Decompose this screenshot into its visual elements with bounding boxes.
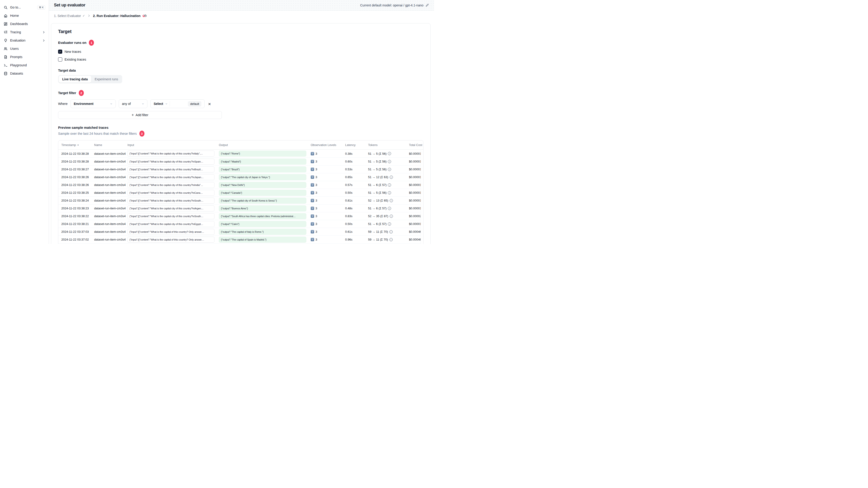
table-row[interactable]: 2024-11-22 03:38:28 dataset-run-item-cm3… (58, 150, 423, 158)
observation-level-info-icon: i (311, 168, 314, 171)
input-json-chip[interactable]: {"input":[{"content":"What is the capita… (127, 221, 215, 227)
sidebar-item-evaluation[interactable]: Evaluation (0, 36, 49, 44)
output-cell: {"output":"The capital of Spain is Madri… (217, 237, 309, 242)
column-header-timestamp[interactable]: Timestamp ▼ (58, 143, 93, 147)
breadcrumb-step-1[interactable]: 1. Select Evaluator ✓ (54, 14, 85, 18)
token-info-icon: i (388, 207, 391, 210)
output-json-chip[interactable]: {"output":"The capital city of Japan is … (219, 174, 306, 180)
input-json-chip[interactable]: {"input":[{"content":"What is the capita… (127, 229, 215, 235)
sidebar-item-users[interactable]: Users (0, 44, 49, 53)
table-row[interactable]: 2024-11-22 03:38:26 dataset-run-item-cm3… (58, 181, 423, 189)
table-row[interactable]: 2024-11-22 03:38:26 dataset-run-item-cm3… (58, 173, 423, 181)
table-row[interactable]: 2024-11-22 03:38:21 dataset-run-item-cm3… (58, 220, 423, 228)
output-json-chip[interactable]: {"output":"Rome"} (219, 151, 306, 157)
dashboards-icon (3, 22, 7, 26)
output-json-chip[interactable]: {"output":"Brazil"} (219, 166, 306, 172)
target-filter-label-row: Target filter 2 (58, 90, 424, 96)
checkbox-existing-traces[interactable]: Existing traces (58, 56, 424, 62)
column-header-output[interactable]: Output (217, 143, 309, 147)
input-json-chip[interactable]: {"input":[{"content":"What is the capita… (127, 198, 215, 204)
checkbox-unchecked-icon[interactable] (58, 57, 62, 62)
remove-filter-icon[interactable]: × (208, 101, 211, 106)
tab-live-tracing-data[interactable]: Live tracing data (59, 76, 91, 83)
table-row[interactable]: 2024-11-22 03:37:03 dataset-run-item-cm3… (58, 228, 423, 235)
tab-experiment-runs[interactable]: Experiment runs (91, 76, 122, 83)
output-json-chip[interactable]: {"output":"The capital of Spain is Madri… (219, 237, 306, 242)
checkbox-new-traces[interactable]: ✓ New traces (58, 48, 424, 55)
target-card: Target Evaluator runs on 1 ✓ New traces … (51, 23, 431, 244)
column-header-input[interactable]: Input (126, 143, 217, 147)
table-row[interactable]: 2024-11-22 03:37:01 dataset-run-item-cm3… (58, 243, 423, 244)
output-json-chip[interactable]: {"output":"Madrid"} (219, 159, 306, 165)
output-json-chip[interactable]: {"output":"New Delhi"} (219, 182, 306, 188)
sidebar-item-label: Users (10, 47, 19, 51)
token-info-icon: i (390, 175, 393, 179)
column-header-total-cost[interactable]: Total Cost (408, 143, 423, 147)
input-json-chip[interactable]: {"input":[{"content":"What is the capita… (127, 205, 215, 212)
timestamp-cell: 2024-11-22 03:37:03 (58, 230, 93, 233)
sidebar-item-prompts[interactable]: Prompts (0, 53, 49, 61)
output-json-chip[interactable]: {"output":"Canada"} (219, 190, 306, 196)
input-json-chip[interactable]: {"input":[{"content":"What is the capita… (127, 237, 215, 242)
output-json-chip[interactable]: {"output":"Cairo"} (219, 221, 306, 227)
filter-column-select[interactable]: Environment (70, 99, 116, 108)
input-json-chip[interactable]: {"input":[{"content":"What is the capita… (127, 182, 215, 188)
output-cell: {"output":"South Africa has three capita… (217, 213, 309, 219)
name-cell: dataset-run-item-cm3s4 (93, 160, 126, 163)
filter-value-select[interactable]: Select default (150, 99, 205, 108)
table-row[interactable]: 2024-11-22 03:37:02 dataset-run-item-cm3… (58, 235, 423, 243)
output-json-chip[interactable]: {"output":"South Africa has three capita… (219, 213, 306, 219)
token-info-icon: i (390, 215, 393, 218)
input-json-chip[interactable]: {"input":[{"content":"What is the capita… (127, 174, 215, 180)
observation-level-info-icon: i (311, 175, 314, 179)
sidebar-item-dashboards[interactable]: Dashboards (0, 20, 49, 28)
input-json-chip[interactable]: {"input":[{"content":"What is the capita… (127, 190, 215, 196)
input-cell: {"input":[{"content":"What is the capita… (126, 166, 217, 172)
output-cell: {"output":"New Delhi"} (217, 182, 309, 188)
output-json-chip[interactable]: {"output":"Buenos Aires"} (219, 205, 306, 212)
evaluator-knot-icon (143, 14, 147, 18)
chevron-down-icon (110, 103, 113, 105)
sidebar-item-datasets[interactable]: Datasets (0, 69, 49, 77)
observation-levels-cell: i 3 (309, 175, 344, 179)
input-json-chip[interactable]: {"input":[{"content":"What is the capita… (127, 166, 215, 172)
table-vertical-scrollbar[interactable] (421, 150, 423, 244)
latency-cell: 0.57s (344, 183, 367, 187)
table-row[interactable]: 2024-11-22 03:38:25 dataset-run-item-cm3… (58, 189, 423, 196)
column-header-tokens[interactable]: Tokens (367, 143, 408, 147)
tokens-cell: 59 → 11 (Σ 70) i (367, 238, 408, 241)
target-heading: Target (58, 29, 424, 34)
sidebar-item-tracing[interactable]: Tracing (0, 28, 49, 36)
input-json-chip[interactable]: {"input":[{"content":"What is the capita… (127, 159, 215, 165)
name-cell: dataset-run-item-cm3s4 (93, 152, 126, 155)
input-json-chip[interactable]: {"input":[{"content":"What is the capita… (127, 151, 215, 157)
filter-where-label: Where (58, 102, 67, 106)
table-row[interactable]: 2024-11-22 03:38:22 dataset-run-item-cm3… (58, 212, 423, 220)
column-header-name[interactable]: Name (93, 143, 126, 147)
input-cell: {"input":[{"content":"What is the capita… (126, 221, 217, 227)
filter-operator-select[interactable]: any of (119, 99, 148, 108)
column-header-latency[interactable]: Latency (344, 143, 367, 147)
column-header-observation-levels[interactable]: Observation Levels (309, 143, 344, 147)
filter-value-chip-default[interactable]: default (188, 101, 202, 106)
input-json-chip[interactable]: {"input":[{"content":"What is the capita… (127, 213, 215, 219)
table-row[interactable]: 2024-11-22 03:38:24 dataset-run-item-cm3… (58, 196, 423, 204)
sidebar-item-go-to[interactable]: Go to... ⌘ K (0, 3, 49, 11)
edit-model-pencil-icon[interactable] (426, 3, 429, 7)
input-cell: {"input":[{"content":"What is the capita… (126, 182, 217, 188)
checkbox-checked-icon[interactable]: ✓ (58, 50, 62, 54)
add-filter-button[interactable]: + Add filter (58, 111, 222, 119)
table-row[interactable]: 2024-11-22 03:38:23 dataset-run-item-cm3… (58, 204, 423, 212)
latency-cell: 0.65s (344, 175, 367, 179)
output-json-chip[interactable]: {"output":"The capital of Italy is Rome.… (219, 229, 306, 235)
name-cell: dataset-run-item-cm3s4 (93, 175, 126, 179)
output-json-chip[interactable]: {"output":"The capital city of South Kor… (219, 198, 306, 204)
output-cell: {"output":"The capital city of Japan is … (217, 174, 309, 180)
sidebar-item-playground[interactable]: Playground (0, 61, 49, 69)
table-row[interactable]: 2024-11-22 03:38:28 dataset-run-item-cm3… (58, 158, 423, 165)
table-row[interactable]: 2024-11-22 03:38:27 dataset-run-item-cm3… (58, 165, 423, 173)
sidebar-item-label: Evaluation (10, 39, 26, 42)
step-badge-3: 3 (140, 131, 145, 137)
plus-icon: + (131, 113, 134, 117)
sidebar-item-home[interactable]: Home (0, 11, 49, 20)
